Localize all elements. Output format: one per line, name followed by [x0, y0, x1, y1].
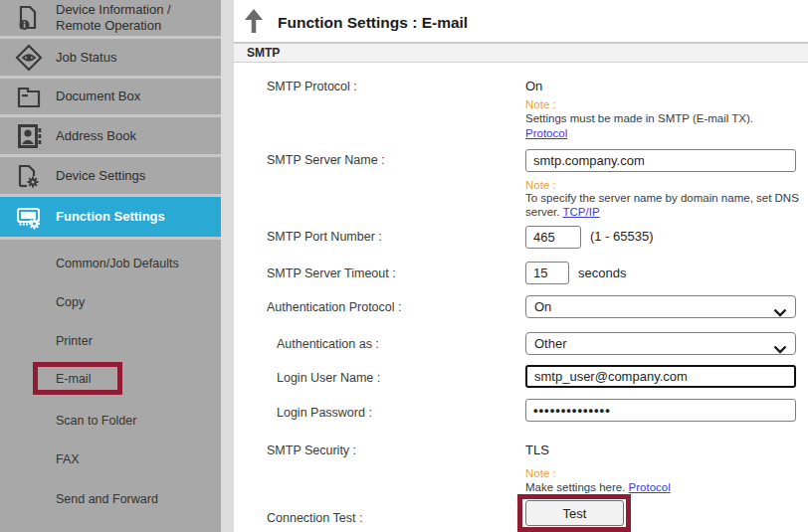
smtp-protocol-label: SMTP Protocol : — [267, 80, 357, 93]
chevron-down-icon — [773, 303, 787, 321]
job-status-icon — [11, 43, 47, 73]
note-text: server. TCP/IP — [525, 206, 600, 218]
main-content: Function Settings : E-mail SMTP SMTP Pro… — [234, 0, 808, 532]
sidebar-item-document-box[interactable]: Document Box — [0, 79, 221, 114]
address-book-icon — [11, 121, 47, 151]
sidebar-subitem-send-and-forward[interactable]: Send and Forward — [56, 492, 158, 506]
note-text: Settings must be made in SMTP (E-mail TX… — [525, 112, 753, 124]
login-password-label: Login Password : — [277, 406, 372, 420]
auth-protocol-label: Authentication Protocol : — [267, 300, 402, 314]
note-text: Make settings here. Protocol — [525, 481, 671, 493]
smtp-protocol-value: On — [525, 79, 542, 93]
function-settings-icon — [11, 202, 47, 232]
sidebar-item-function-settings[interactable]: Function Settings — [0, 197, 221, 237]
protocol-link[interactable]: Protocol — [629, 481, 671, 493]
sidebar-item-label: Job Status — [56, 50, 213, 66]
sidebar-subitem-email[interactable]: E-mail — [56, 372, 91, 386]
smtp-timeout-label: SMTP Server Timeout : — [267, 266, 396, 280]
sidebar-item-job-status[interactable]: Job Status — [0, 39, 221, 76]
document-box-icon — [11, 82, 47, 111]
auth-as-selected-value: Other — [534, 336, 567, 351]
sidebar-item-label: Function Settings — [56, 209, 213, 225]
back-up-arrow-icon[interactable] — [242, 8, 266, 38]
smtp-port-label: SMTP Port Number : — [267, 230, 382, 244]
note-text-fragment: server. — [525, 206, 560, 218]
smtp-timeout-input[interactable] — [525, 262, 569, 284]
sidebar: Device Information / Remote Operation Jo… — [0, 0, 221, 532]
note-text-fragment: Make settings here. — [525, 481, 625, 493]
sidebar-item-label: Address Book — [56, 128, 213, 144]
sidebar-divider — [0, 237, 221, 240]
smtp-server-name-input[interactable] — [525, 149, 796, 172]
auth-protocol-select[interactable]: On — [525, 295, 796, 318]
login-password-input[interactable] — [525, 399, 796, 422]
device-info-icon — [11, 3, 47, 33]
page-header: Function Settings : E-mail — [242, 8, 468, 38]
sidebar-subitem-scan-to-folder[interactable]: Scan to Folder — [56, 414, 136, 428]
sidebar-item-label: Device Settings — [56, 168, 213, 184]
smtp-server-name-label: SMTP Server Name : — [267, 153, 385, 167]
sidebar-item-device-information[interactable]: Device Information / Remote Operation — [0, 0, 221, 36]
sidebar-gap — [221, 0, 234, 532]
test-button[interactable]: Test — [525, 500, 624, 526]
login-user-name-label: Login User Name : — [277, 371, 380, 385]
sidebar-subitem-printer[interactable]: Printer — [56, 334, 93, 348]
auth-protocol-selected-value: On — [534, 299, 551, 314]
sidebar-item-address-book[interactable]: Address Book — [0, 117, 221, 154]
sidebar-subitem-fax[interactable]: FAX — [56, 452, 80, 466]
note-title: Note : — [525, 179, 556, 191]
tcpip-link[interactable]: TCP/IP — [563, 206, 600, 218]
smtp-section-title: SMTP — [247, 46, 280, 60]
chevron-down-icon — [773, 340, 787, 358]
smtp-security-label: SMTP Security : — [267, 443, 356, 457]
device-settings-icon — [11, 161, 47, 191]
smtp-security-value: TLS — [525, 443, 549, 457]
note-text: To specify the server name by domain nam… — [525, 192, 799, 204]
smtp-section-bar: SMTP — [234, 42, 808, 63]
note-title: Note : — [525, 98, 556, 110]
auth-as-label: Authentication as : — [277, 337, 379, 351]
timeout-unit: seconds — [578, 266, 626, 280]
page-title: Function Settings : E-mail — [278, 14, 468, 32]
sidebar-item-label: Document Box — [56, 89, 213, 104]
sidebar-item-device-settings[interactable]: Device Settings — [0, 157, 221, 194]
login-user-name-input[interactable] — [525, 365, 796, 388]
sidebar-subitem-copy[interactable]: Copy — [56, 295, 85, 309]
port-range-hint: (1 - 65535) — [590, 229, 654, 244]
smtp-port-input[interactable] — [525, 226, 581, 249]
page: Device Information / Remote Operation Jo… — [0, 0, 808, 532]
protocol-link[interactable]: Protocol — [525, 127, 567, 139]
sidebar-item-label: Device Information / Remote Operation — [56, 2, 213, 34]
sidebar-subitem-common-job-defaults[interactable]: Common/Job Defaults — [56, 257, 179, 270]
auth-as-select[interactable]: Other — [525, 332, 796, 355]
connection-test-label: Connection Test : — [267, 511, 362, 525]
note-title: Note : — [525, 467, 556, 479]
